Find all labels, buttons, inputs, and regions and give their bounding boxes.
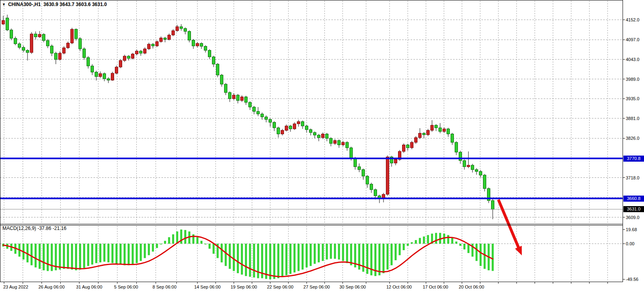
time-axis-label: 5 Sep 06:00 xyxy=(114,284,138,290)
time-axis-label: 8 Sep 06:00 xyxy=(153,284,176,290)
time-axis-label: 19 Sep 06:00 xyxy=(231,284,257,290)
chevron-down-icon: ▼ xyxy=(2,2,6,6)
price-axis-label: 4097.0 xyxy=(626,37,640,42)
time-axis-label: 12 Oct 06:00 xyxy=(386,284,412,290)
time-axis-label: 26 Aug 06:00 xyxy=(38,284,65,290)
hline-price-tag: 3770.8 xyxy=(623,156,644,162)
gridlines xyxy=(0,1,623,281)
price-axis-label: 3989.0 xyxy=(626,76,640,82)
macd-indicator-label: MACD(12,26,9) -37.86 -21.16 xyxy=(2,225,66,231)
symbol-header: ▼CHINA300-,H1 3630.9 3643.7 3603.6 3631.… xyxy=(2,2,107,7)
macd-axis-label: 19.68 xyxy=(626,227,637,232)
price-axis-label: 4152.0 xyxy=(626,17,640,23)
hline-price-tag: 3660.8 xyxy=(623,196,644,202)
price-axis-label: 4043.0 xyxy=(626,57,640,62)
price-axis-label: 3881.0 xyxy=(626,116,640,121)
panel-borders xyxy=(0,0,625,284)
price-axis-label: 3718.0 xyxy=(626,175,640,181)
macd-axis-label: -49.56 xyxy=(626,276,638,282)
price-axis-label: 3609.0 xyxy=(626,215,640,220)
macd-axis-label: 0.00 xyxy=(626,241,634,247)
time-axis-label: 23 Aug 2022 xyxy=(3,284,28,290)
price-axis-label: 3935.0 xyxy=(626,96,640,101)
time-axis-label: 22 Sep 06:00 xyxy=(267,284,293,290)
macd-histogram xyxy=(2,230,494,279)
time-axis-label: 27 Sep 06:00 xyxy=(303,284,330,290)
time-axis-label: 17 Oct 06:00 xyxy=(423,284,448,290)
price-axis-label: 3826.0 xyxy=(626,135,640,141)
time-axis-label: 31 Aug 06:00 xyxy=(76,284,102,290)
time-axis-label: 14 Sep 06:00 xyxy=(194,284,220,290)
trading-chart-window: { "header": { "symbol": "CHINA300-,H1", … xyxy=(0,0,644,295)
current-price-tag: 3631.0 xyxy=(623,206,644,212)
time-axis-label: 20 Oct 06:00 xyxy=(459,284,484,290)
time-axis-label: 30 Sep 06:00 xyxy=(339,284,366,290)
candlesticks xyxy=(2,15,494,219)
symbol-ohlc-values: 3630.9 3643.7 3603.6 3631.0 xyxy=(43,2,107,7)
down-arrow-annotation[interactable] xyxy=(498,200,522,255)
symbol-name: CHINA300-,H1 xyxy=(8,2,41,7)
chart-canvas[interactable] xyxy=(0,0,644,295)
